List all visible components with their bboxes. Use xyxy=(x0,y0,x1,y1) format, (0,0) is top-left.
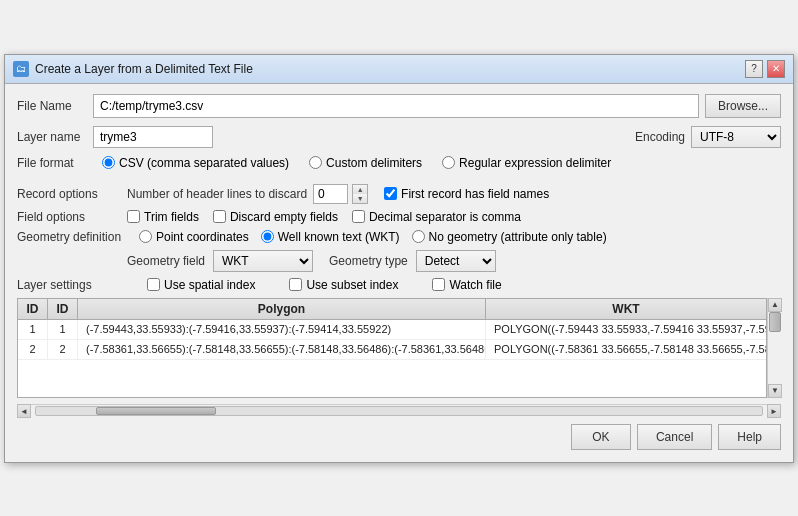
point-coordinates-radio[interactable] xyxy=(139,230,152,243)
point-coordinates-option: Point coordinates xyxy=(139,230,249,244)
hscroll-track[interactable] xyxy=(35,406,763,416)
regex-radio[interactable] xyxy=(442,156,455,169)
table-row[interactable]: 1 1 (-7.59443,33.55933):(-7.59416,33.559… xyxy=(18,320,766,340)
trim-fields-checkbox[interactable] xyxy=(127,210,140,223)
spin-down-button[interactable]: ▼ xyxy=(353,194,367,203)
geometry-field-label: Geometry field xyxy=(127,254,205,268)
field-options-label: Field options xyxy=(17,210,127,224)
spatial-index-option: Use spatial index xyxy=(147,278,255,292)
vscroll-thumb[interactable] xyxy=(769,312,781,332)
hscroll-thumb[interactable] xyxy=(96,407,216,415)
col-header-wkt: WKT xyxy=(486,299,766,319)
file-path-text: C:/temp/tryme3.csv xyxy=(100,99,203,113)
geometry-field-row: Geometry field WKT Geometry type Detect … xyxy=(17,250,781,272)
file-name-row: File Name C:/temp/tryme3.csv Browse... xyxy=(17,94,781,118)
decimal-separator-checkbox[interactable] xyxy=(352,210,365,223)
close-button[interactable]: ✕ xyxy=(767,60,785,78)
layer-name-label: Layer name xyxy=(17,130,87,144)
no-geometry-option: No geometry (attribute only table) xyxy=(412,230,607,244)
regex-label: Regular expression delimiter xyxy=(459,156,611,170)
watch-file-checkbox[interactable] xyxy=(432,278,445,291)
help-button[interactable]: ? xyxy=(745,60,763,78)
scroll-up-button[interactable]: ▲ xyxy=(768,298,782,312)
header-lines-spinner: ▲ ▼ xyxy=(352,184,368,204)
no-geometry-label: No geometry (attribute only table) xyxy=(429,230,607,244)
cell-rownum-1: 1 xyxy=(18,320,48,339)
trim-fields-option: Trim fields xyxy=(127,210,199,224)
scroll-right-button[interactable]: ► xyxy=(767,404,781,418)
wkt-option: Well known text (WKT) xyxy=(261,230,400,244)
browse-button[interactable]: Browse... xyxy=(705,94,781,118)
custom-label: Custom delimiters xyxy=(326,156,422,170)
table-body: 1 1 (-7.59443,33.55933):(-7.59416,33.559… xyxy=(18,320,766,360)
titlebar-controls: ? ✕ xyxy=(745,60,785,78)
trim-fields-label: Trim fields xyxy=(144,210,199,224)
subset-index-label: Use subset index xyxy=(306,278,398,292)
cancel-button[interactable]: Cancel xyxy=(637,424,712,450)
ok-button[interactable]: OK xyxy=(571,424,631,450)
geometry-field-select[interactable]: WKT xyxy=(213,250,313,272)
record-options-label: Record options xyxy=(17,187,127,201)
discard-empty-checkbox[interactable] xyxy=(213,210,226,223)
geometry-definition-row: Geometry definition Point coordinates We… xyxy=(17,230,781,244)
spatial-index-checkbox[interactable] xyxy=(147,278,160,291)
discard-empty-option: Discard empty fields xyxy=(213,210,338,224)
scroll-down-button[interactable]: ▼ xyxy=(768,384,782,398)
table-row[interactable]: 2 2 (-7.58361,33.56655):(-7.58148,33.566… xyxy=(18,340,766,360)
field-options-row: Field options Trim fields Discard empty … xyxy=(17,210,781,224)
decimal-separator-option: Decimal separator is comma xyxy=(352,210,521,224)
scroll-left-button[interactable]: ◄ xyxy=(17,404,31,418)
file-format-row: File format CSV (comma separated values)… xyxy=(17,156,781,170)
main-window: 🗂 Create a Layer from a Delimited Text F… xyxy=(4,54,794,463)
geometry-definition-label: Geometry definition xyxy=(17,230,127,244)
first-record-label: First record has field names xyxy=(401,187,549,201)
cell-id-1: 1 xyxy=(48,320,78,339)
window-icon: 🗂 xyxy=(13,61,29,77)
window-title: Create a Layer from a Delimited Text Fil… xyxy=(35,62,253,76)
subset-index-option: Use subset index xyxy=(289,278,398,292)
help-dialog-button[interactable]: Help xyxy=(718,424,781,450)
encoding-select[interactable]: UTF-8 UTF-16 Latin-1 xyxy=(691,126,781,148)
discard-empty-label: Discard empty fields xyxy=(230,210,338,224)
geometry-type-select[interactable]: Detect Point Line Polygon xyxy=(416,250,496,272)
csv-label: CSV (comma separated values) xyxy=(119,156,289,170)
custom-radio[interactable] xyxy=(309,156,322,169)
csv-option: CSV (comma separated values) xyxy=(102,156,289,170)
vertical-scrollbar[interactable]: ▲ ▼ xyxy=(767,298,781,398)
layer-settings-row: Layer settings Use spatial index Use sub… xyxy=(17,278,781,292)
header-lines-input[interactable] xyxy=(313,184,348,204)
cell-wkt-2: POLYGON((-7.58361 33.56655,-7.58148 33.5… xyxy=(486,340,766,359)
header-lines-group: ▲ ▼ xyxy=(313,184,368,204)
spin-up-button[interactable]: ▲ xyxy=(353,185,367,194)
cell-rownum-2: 2 xyxy=(18,340,48,359)
titlebar: 🗂 Create a Layer from a Delimited Text F… xyxy=(5,55,793,84)
footer-row: OK Cancel Help xyxy=(17,418,781,452)
wkt-label: Well known text (WKT) xyxy=(278,230,400,244)
col-header-id2: ID xyxy=(48,299,78,319)
cell-wkt-1: POLYGON((-7.59443 33.55933,-7.59416 33.5… xyxy=(486,320,766,339)
col-header-polygon: Polygon xyxy=(78,299,486,319)
wkt-radio[interactable] xyxy=(261,230,274,243)
geometry-type-label: Geometry type xyxy=(329,254,408,268)
regex-option: Regular expression delimiter xyxy=(442,156,611,170)
point-coordinates-label: Point coordinates xyxy=(156,230,249,244)
cell-polygon-2: (-7.58361,33.56655):(-7.58148,33.56655):… xyxy=(78,340,486,359)
layer-name-input[interactable] xyxy=(93,126,213,148)
first-record-option: First record has field names xyxy=(384,187,549,201)
subset-index-checkbox[interactable] xyxy=(289,278,302,291)
no-geometry-radio[interactable] xyxy=(412,230,425,243)
csv-radio[interactable] xyxy=(102,156,115,169)
col-header-id: ID xyxy=(18,299,48,319)
table-header: ID ID Polygon WKT xyxy=(18,299,766,320)
first-record-checkbox[interactable] xyxy=(384,187,397,200)
file-format-label: File format xyxy=(17,156,82,170)
horizontal-scrollbar-area: ◄ ► xyxy=(17,404,781,418)
spatial-index-label: Use spatial index xyxy=(164,278,255,292)
file-path-display: C:/temp/tryme3.csv xyxy=(93,94,699,118)
header-lines-label: Number of header lines to discard xyxy=(127,187,307,201)
watch-file-option: Watch file xyxy=(432,278,501,292)
watch-file-label: Watch file xyxy=(449,278,501,292)
decimal-separator-label: Decimal separator is comma xyxy=(369,210,521,224)
layer-encoding-row: Layer name Encoding UTF-8 UTF-16 Latin-1 xyxy=(17,126,781,148)
record-options-row: Record options Number of header lines to… xyxy=(17,184,781,204)
